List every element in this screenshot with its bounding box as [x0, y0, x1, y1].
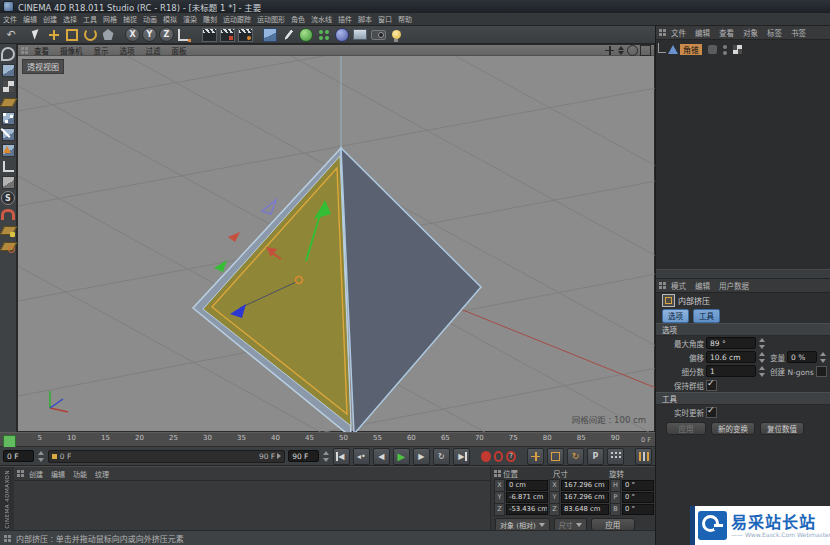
vp-menu-view[interactable]: 查看: [29, 45, 54, 56]
rot-h-field[interactable]: 0 °: [622, 480, 654, 491]
slider-end-arrow-icon[interactable]: [277, 453, 281, 459]
lock-workplane-icon[interactable]: [1, 223, 15, 237]
max-angle-field[interactable]: 89 °: [706, 337, 756, 349]
previous-frame-button[interactable]: ◀: [373, 448, 390, 465]
menu-character[interactable]: 角色: [288, 13, 308, 26]
size-y-field[interactable]: 167.296 cm: [561, 492, 609, 503]
menu-simulate[interactable]: 模拟: [160, 13, 180, 26]
mat-menu-edit[interactable]: 编辑: [48, 467, 68, 480]
record-rotation-toggle[interactable]: ↻: [567, 448, 584, 465]
tab-tool[interactable]: 工具: [693, 309, 720, 323]
workplane-mode-icon[interactable]: [1, 95, 15, 109]
spline-pen-icon[interactable]: [280, 27, 296, 43]
menu-edit[interactable]: 编辑: [20, 13, 40, 26]
realtime-update-checkbox[interactable]: [706, 407, 717, 418]
render-picture-viewer-icon[interactable]: [219, 27, 235, 43]
y-axis-lock-button[interactable]: Y: [142, 27, 157, 42]
subdivision-field[interactable]: 1: [706, 365, 756, 377]
floor-environment-icon[interactable]: [352, 27, 368, 43]
enable-axis-icon[interactable]: [1, 159, 15, 173]
menu-animate[interactable]: 动画: [140, 13, 160, 26]
coordinate-system-icon[interactable]: [176, 27, 192, 43]
menu-window[interactable]: 窗口: [375, 13, 395, 26]
camera-icon[interactable]: [370, 27, 386, 43]
live-selection-icon[interactable]: [28, 27, 44, 43]
object-row[interactable]: 角锥: [658, 43, 828, 56]
viewport-solo-icon[interactable]: [1, 175, 15, 189]
pyramid-right-face[interactable]: [341, 148, 481, 433]
om-menu-file[interactable]: 文件: [667, 26, 690, 39]
viewport[interactable]: 查看 摄像机 显示 选项 过滤 面板: [17, 44, 655, 432]
menu-mograph[interactable]: 运动图形: [254, 13, 288, 26]
goto-start-button[interactable]: ◀: [333, 448, 350, 465]
om-menu-objects[interactable]: 对象: [739, 26, 762, 39]
end-frame-field[interactable]: 90 F: [288, 450, 319, 462]
current-frame-field[interactable]: 0 F: [3, 450, 34, 462]
vp-menu-options[interactable]: 选项: [115, 45, 140, 56]
autokey-toggle-button[interactable]: [494, 451, 504, 462]
viewport-maximize-icon[interactable]: [640, 45, 651, 56]
end-frame-stepper[interactable]: [322, 451, 330, 462]
options-section-bar[interactable]: 选项: [656, 323, 830, 336]
light-icon[interactable]: [388, 27, 404, 43]
menu-sculpt[interactable]: 雕刻: [200, 13, 220, 26]
z-axis-lock-button[interactable]: Z: [159, 27, 174, 42]
om-menu-edit[interactable]: 编辑: [691, 26, 714, 39]
menu-help[interactable]: 帮助: [395, 13, 415, 26]
viewport-zoom-icon[interactable]: [616, 46, 625, 55]
menu-plugins[interactable]: 插件: [335, 13, 355, 26]
scale-tool-icon[interactable]: [64, 27, 80, 43]
vp-menu-cameras[interactable]: 摄像机: [55, 45, 88, 56]
om-menu-bookmarks[interactable]: 书签: [787, 26, 810, 39]
offset-stepper[interactable]: [758, 352, 766, 363]
visibility-dots[interactable]: [723, 45, 727, 55]
panel-grid-icon[interactable]: [659, 282, 666, 289]
gizmo-plane-handle-yz[interactable]: [214, 260, 227, 272]
last-tool-icon[interactable]: [100, 27, 116, 43]
am-menu-userdata[interactable]: 用户数据: [715, 279, 753, 292]
record-position-toggle[interactable]: [527, 448, 544, 465]
menu-tools[interactable]: 工具: [80, 13, 100, 26]
rot-p-field[interactable]: 0 °: [622, 492, 654, 503]
rot-b-field[interactable]: 0 °: [622, 504, 654, 515]
vp-menu-display[interactable]: 显示: [89, 45, 114, 56]
pos-y-field[interactable]: -6.871 cm: [506, 492, 548, 503]
record-pla-toggle[interactable]: [607, 448, 624, 465]
pos-x-field[interactable]: 0 cm: [506, 480, 548, 491]
move-tool-icon[interactable]: [46, 27, 62, 43]
texture-mode-icon[interactable]: [1, 79, 15, 93]
panel-grid-icon[interactable]: [659, 29, 666, 36]
panel-splitter[interactable]: [656, 269, 830, 279]
menu-render[interactable]: 渲染: [180, 13, 200, 26]
variance-stepper[interactable]: [819, 352, 827, 363]
vp-menu-panel[interactable]: 面板: [167, 45, 192, 56]
pos-z-field[interactable]: -53.436 cm: [506, 504, 548, 515]
points-mode-icon[interactable]: [1, 111, 15, 125]
object-manager-list[interactable]: 角锥: [656, 40, 830, 269]
undo-icon[interactable]: ↶: [3, 27, 19, 43]
next-frame-button[interactable]: ▶: [413, 448, 430, 465]
mat-menu-function[interactable]: 功能: [70, 467, 90, 480]
frame-range-slider[interactable]: 0 F 90 F: [48, 450, 285, 463]
record-scale-toggle[interactable]: [547, 448, 564, 465]
menu-mesh[interactable]: 网格: [100, 13, 120, 26]
object-name[interactable]: 角锥: [680, 44, 702, 55]
keyframe-selection-button[interactable]: ?: [506, 451, 516, 462]
planar-workplane-icon[interactable]: [1, 239, 15, 253]
panel-grid-icon[interactable]: [494, 470, 501, 477]
array-modeling-icon[interactable]: [316, 27, 332, 43]
mat-menu-create[interactable]: 创建: [26, 467, 46, 480]
loop-toggle-button[interactable]: ↻: [433, 448, 450, 465]
goto-previous-key-button[interactable]: ◂•: [353, 448, 370, 465]
om-menu-tags[interactable]: 标签: [763, 26, 786, 39]
x-axis-lock-button[interactable]: X: [125, 27, 140, 42]
goto-end-button[interactable]: ▶: [453, 448, 470, 465]
subdivision-surface-icon[interactable]: [298, 27, 314, 43]
menu-motion-tracker[interactable]: 运动跟踪: [220, 13, 254, 26]
menu-file[interactable]: 文件: [0, 13, 20, 26]
play-forward-button[interactable]: ▶: [393, 448, 410, 465]
timeline-ruler[interactable]: 05 1015 2025 3035 4045 5055 6065 7075 80…: [0, 432, 655, 447]
size-x-field[interactable]: 167.296 cm: [561, 480, 609, 491]
variance-field[interactable]: 0 %: [787, 351, 817, 363]
panel-grid-icon[interactable]: [21, 47, 28, 54]
